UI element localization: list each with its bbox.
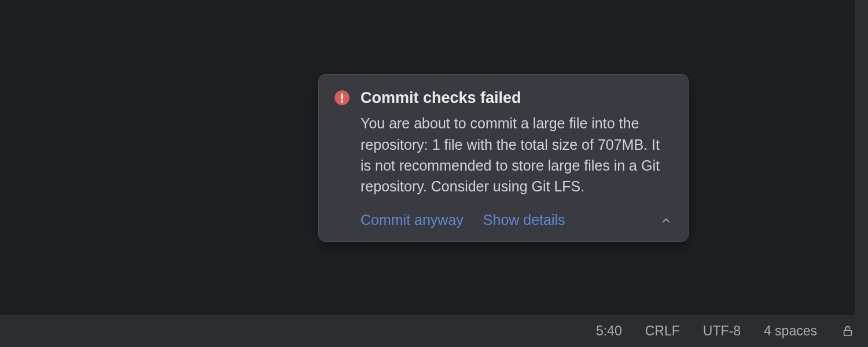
status-bar: 5:40 CRLF UTF-8 4 spaces xyxy=(0,315,868,347)
error-icon xyxy=(334,90,350,106)
commit-check-notification: Commit checks failed You are about to co… xyxy=(318,74,689,242)
cursor-position[interactable]: 5:40 xyxy=(593,321,626,341)
svg-rect-1 xyxy=(341,94,343,100)
indent-setting[interactable]: 4 spaces xyxy=(760,321,821,341)
chevron-up-icon[interactable] xyxy=(659,213,673,227)
notification-title: Commit checks failed xyxy=(361,88,521,107)
unlock-icon[interactable] xyxy=(840,323,855,338)
scrollbar-gutter xyxy=(855,0,868,315)
notification-header: Commit checks failed xyxy=(334,88,673,107)
notification-body: You are about to commit a large file int… xyxy=(361,113,673,197)
notification-actions: Commit anyway Show details xyxy=(361,212,673,228)
svg-rect-3 xyxy=(844,330,852,335)
svg-point-2 xyxy=(341,101,343,103)
line-separator[interactable]: CRLF xyxy=(642,321,683,341)
commit-anyway-link[interactable]: Commit anyway xyxy=(361,212,464,228)
file-encoding[interactable]: UTF-8 xyxy=(700,321,744,341)
show-details-link[interactable]: Show details xyxy=(483,212,565,228)
